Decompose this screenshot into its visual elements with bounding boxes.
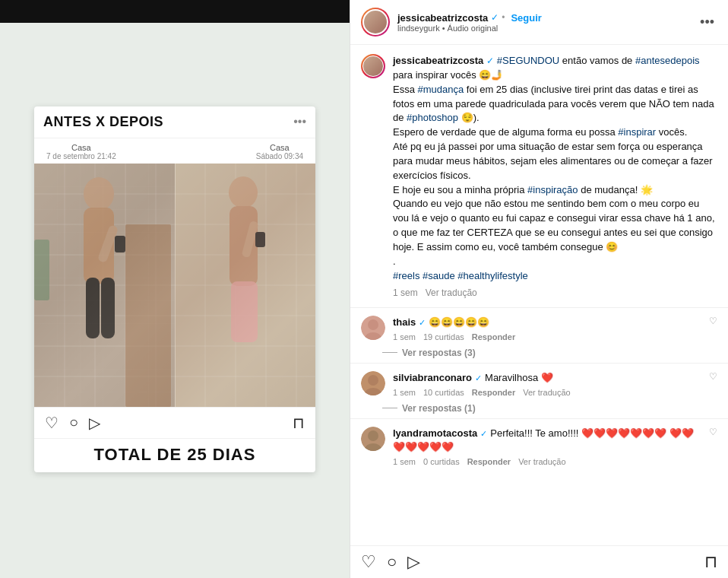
date-left-sub: 7 de setembro 21:42 xyxy=(46,152,116,160)
post-card-more-icon[interactable]: ••• xyxy=(293,115,306,129)
comment-3-body: lyandramotacosta✓Perfeita!!! Te amo!!!! … xyxy=(393,427,701,467)
comment-1-avatar xyxy=(361,316,385,340)
figure-after-svg xyxy=(175,164,315,407)
view-replies-2-text[interactable]: Ver respostas (1) xyxy=(402,403,476,414)
post-card-header: ANTES X DEPOIS ••• xyxy=(34,106,315,138)
comment-1-reply[interactable]: Responder xyxy=(472,332,515,341)
svg-rect-19 xyxy=(115,236,125,252)
comment-1-username[interactable]: thais xyxy=(393,316,416,328)
post-image xyxy=(34,164,315,407)
svg-rect-34 xyxy=(231,281,258,342)
comment-1-like-icon[interactable]: ♡ xyxy=(709,316,717,341)
comment-2-verified: ✓ xyxy=(475,373,482,383)
bookmark-icon[interactable]: ⊓ xyxy=(293,414,305,432)
comment-3-like-icon[interactable]: ♡ xyxy=(709,427,717,467)
svg-point-14 xyxy=(84,177,114,211)
comments-area[interactable]: jessicabeatrizcosta✓ #SEGUNDOU então vam… xyxy=(350,45,728,545)
comment-2-avatar xyxy=(361,371,385,395)
header-verified: ✓ xyxy=(491,12,499,23)
comment-3-translate[interactable]: Ver tradução xyxy=(518,457,565,466)
divider-3 xyxy=(350,418,728,419)
comment-3-verified: ✓ xyxy=(480,429,487,438)
comment-3-avatar-img xyxy=(361,427,385,451)
comment-3-meta: 1 sem 0 curtidas Responder Ver tradução xyxy=(393,457,701,466)
comment-1-likes: 19 curtidas xyxy=(423,332,464,341)
comment-1-avatar-img xyxy=(361,316,385,340)
caption-text: #SEGUNDOU então vamos de #antesedepois p… xyxy=(393,55,715,281)
action-left-icons: ♡ ○ ▷ xyxy=(45,414,100,432)
comment-3-time: 1 sem xyxy=(393,457,416,466)
caption-content: jessicabeatrizcosta✓ #SEGUNDOU então vam… xyxy=(393,54,717,300)
comment-2-avatar-img xyxy=(361,371,385,395)
share-icon[interactable]: ▷ xyxy=(89,414,100,432)
comment-2-text-content: Maravilhosa ❤️ xyxy=(485,372,553,383)
comment-item-3: lyandramotacosta✓Perfeita!!! Te amo!!!! … xyxy=(350,421,728,473)
header-more-button[interactable]: ••• xyxy=(697,11,717,33)
comment-2-like-icon[interactable]: ♡ xyxy=(709,371,717,397)
post-card-actions: ♡ ○ ▷ ⊓ xyxy=(34,407,315,438)
bottom-left-icons: ♡ ○ ▷ xyxy=(361,552,420,572)
avatar xyxy=(361,8,390,37)
photo-after xyxy=(175,164,315,407)
date-left-label: Casa xyxy=(46,143,116,152)
audio-info[interactable]: lindseygurk • Áudio original xyxy=(397,24,697,33)
view-replies-2[interactable]: Ver respostas (1) xyxy=(382,403,728,414)
caption-avatar-inner xyxy=(362,56,384,77)
comment-1-text-content: 😄😄😄😄😄 xyxy=(429,316,489,328)
username-row: jessicabeatrizcosta ✓ • Seguir xyxy=(397,12,697,24)
header-username[interactable]: jessicabeatrizcosta xyxy=(397,12,488,24)
replies-line-1 xyxy=(382,352,397,353)
svg-point-38 xyxy=(368,319,378,330)
left-panel: ANTES X DEPOIS ••• Casa 7 de setembro 21… xyxy=(0,0,350,578)
date-right: Casa Sábado 09:34 xyxy=(256,143,303,160)
comment-3-reply[interactable]: Responder xyxy=(467,457,511,466)
caption-block: jessicabeatrizcosta✓ #SEGUNDOU então vam… xyxy=(350,45,728,306)
bottom-bookmark-icon[interactable]: ⊓ xyxy=(704,552,717,572)
caption-meta: 1 sem Ver tradução xyxy=(393,287,717,300)
svg-rect-17 xyxy=(101,278,115,338)
date-right-sub: Sábado 09:34 xyxy=(256,152,303,160)
svg-rect-12 xyxy=(125,224,171,407)
svg-point-41 xyxy=(368,375,378,386)
view-replies-1[interactable]: Ver respostas (3) xyxy=(382,348,728,358)
comment-2-meta: 1 sem 10 curtidas Responder Ver tradução xyxy=(393,388,701,397)
comment-2-username[interactable]: silviabranconaro xyxy=(393,372,472,383)
view-replies-1-text[interactable]: Ver respostas (3) xyxy=(402,348,476,358)
bottom-like-icon[interactable]: ♡ xyxy=(361,552,376,572)
comment-3-text: lyandramotacosta✓Perfeita!!! Te amo!!!! … xyxy=(393,427,701,456)
comment-3-username[interactable]: lyandramotacosta xyxy=(393,427,477,439)
caption-translate[interactable]: Ver tradução xyxy=(426,287,477,300)
replies-line-2 xyxy=(382,408,397,408)
caption-avatar xyxy=(361,54,385,78)
svg-rect-33 xyxy=(229,206,258,286)
divider-1 xyxy=(350,307,728,308)
figure-before-svg xyxy=(34,164,175,407)
caption-username[interactable]: jessicabeatrizcosta xyxy=(393,55,483,66)
like-icon[interactable]: ♡ xyxy=(45,414,59,432)
svg-rect-16 xyxy=(86,278,100,338)
comment-2-body: silviabranconaro✓Maravilhosa ❤️ 1 sem 10… xyxy=(393,371,701,397)
comment-3-avatar xyxy=(361,427,385,451)
date-left: Casa 7 de setembro 21:42 xyxy=(46,143,116,160)
comment-icon[interactable]: ○ xyxy=(69,414,78,431)
comment-1-meta: 1 sem 19 curtidas Responder xyxy=(393,332,701,341)
post-header: jessicabeatrizcosta ✓ • Seguir lindseygu… xyxy=(350,0,728,45)
svg-point-44 xyxy=(368,430,378,441)
date-right-label: Casa xyxy=(256,143,303,152)
comment-item-2: silviabranconaro✓Maravilhosa ❤️ 1 sem 10… xyxy=(350,365,728,403)
comment-2-time: 1 sem xyxy=(393,388,416,397)
comment-2-reply[interactable]: Responder xyxy=(472,388,515,397)
bottom-share-icon[interactable]: ▷ xyxy=(407,552,420,572)
comment-1-verified: ✓ xyxy=(419,318,426,327)
follow-button[interactable]: Seguir xyxy=(511,12,541,24)
comment-2-likes: 10 curtidas xyxy=(423,388,464,397)
photo-before xyxy=(34,164,175,407)
top-black-bar xyxy=(0,0,350,23)
bottom-comment-icon[interactable]: ○ xyxy=(387,552,397,572)
post-card-title: ANTES X DEPOIS xyxy=(43,114,163,130)
comment-2-translate[interactable]: Ver tradução xyxy=(523,388,570,397)
svg-point-32 xyxy=(229,176,258,208)
photo-divider xyxy=(175,164,176,407)
comment-item: thais✓😄😄😄😄😄 1 sem 19 curtidas Responder … xyxy=(350,310,728,348)
post-header-info: jessicabeatrizcosta ✓ • Seguir lindseygu… xyxy=(397,12,697,33)
